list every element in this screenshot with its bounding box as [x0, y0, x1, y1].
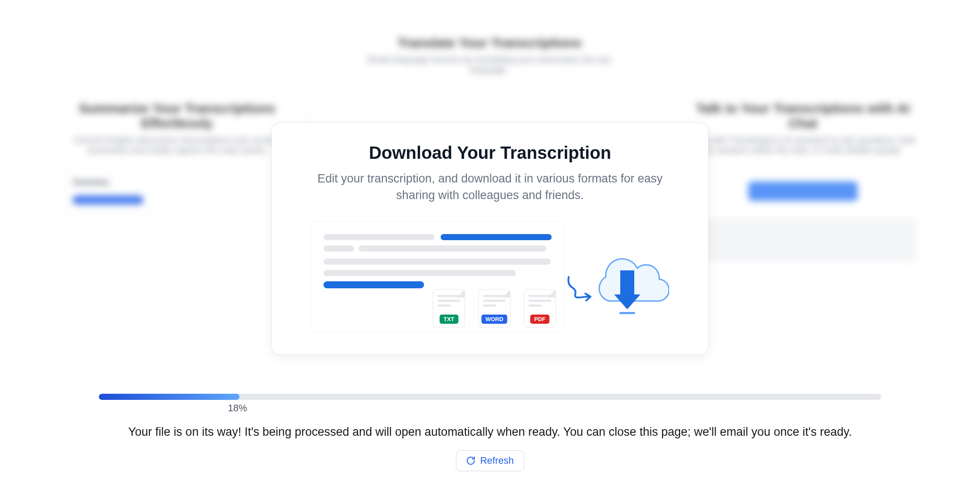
refresh-icon [466, 456, 476, 466]
format-badge-pdf: PDF [530, 315, 549, 324]
curly-arrow-icon [564, 273, 599, 308]
bg-card-ai-chat: Talk to Your Transcriptions with AI Chat… [672, 83, 934, 258]
card-title: Download Your Transcription [298, 143, 682, 163]
format-badge-word: WORD [481, 315, 507, 324]
bg-card-translate: Translate Your Transcriptions Break lang… [332, 18, 647, 105]
svg-rect-1 [619, 312, 635, 314]
progress-percent-label: 18% [228, 402, 980, 414]
cloud-download-icon [573, 233, 669, 321]
format-txt: TXT [433, 289, 465, 328]
download-transcription-card: Download Your Transcription Edit your tr… [271, 122, 709, 355]
bg-card-summarize: Summarize Your Transcriptions Effortless… [46, 83, 308, 258]
bg-translate-title: Translate Your Transcriptions [350, 35, 629, 50]
bg-translate-sub: Break language barriers by translating y… [350, 55, 629, 75]
refresh-button-label: Refresh [480, 455, 514, 466]
card-illustration: TXT WORD PDF [298, 221, 682, 332]
progress-bar [99, 394, 881, 400]
format-badge-txt: TXT [440, 315, 459, 324]
progress-fill [99, 394, 240, 400]
bg-summarize-title: Summarize Your Transcriptions Effortless… [64, 101, 290, 131]
processing-status-text: Your file is on its way! It's being proc… [99, 425, 881, 439]
document-preview-graphic: TXT WORD PDF [311, 221, 564, 332]
card-subtitle: Edit your transcription, and download it… [298, 171, 682, 204]
upload-progress-section: 18% Your file is on its way! It's being … [99, 394, 881, 471]
bg-chat-sub: Chat with Transkriptor's AI assistant to… [690, 135, 916, 155]
bg-summary-label: Summary [73, 178, 281, 187]
svg-rect-0 [620, 270, 634, 294]
bg-chat-title: Talk to Your Transcriptions with AI Chat [690, 101, 916, 131]
refresh-button[interactable]: Refresh [456, 450, 524, 471]
format-word: WORD [478, 289, 511, 328]
format-pdf: PDF [524, 289, 556, 328]
bg-summarize-sub: Convert lengthy discussion transcription… [64, 135, 290, 155]
